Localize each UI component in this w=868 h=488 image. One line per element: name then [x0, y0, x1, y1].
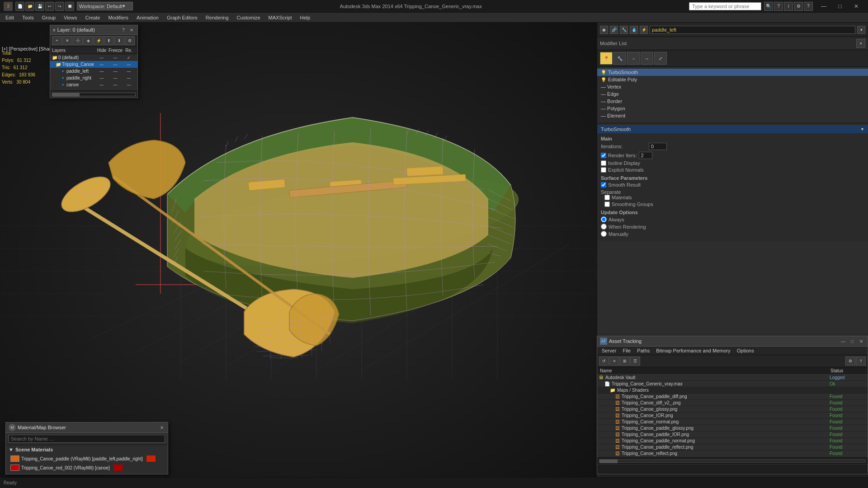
at-menu-server[interactable]: Server [599, 347, 619, 354]
menu-create[interactable]: Create [81, 14, 104, 21]
extra-btn[interactable]: ? [804, 2, 813, 11]
at-row-vault[interactable]: 🏛 Autodesk Vault Logged [597, 375, 868, 381]
at-row-ior[interactable]: 🖼 Tripping_Canoe_IOR.png Found [597, 413, 868, 419]
search-input[interactable] [689, 2, 761, 10]
layer-close-btn[interactable]: ✕ [128, 27, 135, 33]
at-row-paddle-diff[interactable]: 🖼 Tripping_Canoe_paddle_diff.png Found [597, 394, 868, 400]
panel-icon-2[interactable]: 🔗 [610, 26, 618, 34]
at-horizontal-scrollbar[interactable] [597, 457, 868, 464]
layer-row-paddle-right[interactable]: 🔹 paddle_right — — — [50, 75, 137, 81]
at-row-max-file[interactable]: 📄 Tripping_Canoe_Generic_vray.max Ok [597, 381, 868, 387]
menu-edit[interactable]: Edit [2, 14, 18, 21]
turbossmooth-section-header[interactable]: TurboSmooth ▼ [597, 125, 868, 133]
help-btn1[interactable]: ? [774, 2, 783, 11]
maximize-btn[interactable]: □ [832, 0, 848, 13]
panel-icon-5[interactable]: ⚡ [640, 26, 648, 34]
at-row-maps-shaders[interactable]: 📁 Maps / Shaders [597, 387, 868, 394]
always-radio[interactable] [601, 216, 607, 222]
mod-icon-arrow[interactable]: → [627, 52, 640, 65]
menu-customize[interactable]: Customize [233, 14, 264, 21]
menu-help[interactable]: Help [297, 14, 314, 21]
tool1[interactable]: 🔲 [65, 2, 74, 11]
modifier-vertex[interactable]: — Vertex [597, 83, 868, 90]
at-row-paddle-normal[interactable]: 🖼 Tripping_Canoe_paddle_normal.png Found [597, 438, 868, 444]
menu-animation[interactable]: Animation [133, 14, 162, 21]
layer-row-default[interactable]: 📁 0 (default) — — ✓ [50, 54, 137, 61]
at-menu-file[interactable]: File [620, 347, 633, 354]
layer-row-tripping-canoe[interactable]: 📁 Tripping_Canoe — — — [50, 61, 137, 68]
at-row-glossy[interactable]: 🖼 Tripping_Canoe_glossy.png Found [597, 406, 868, 413]
render-iters-checkbox[interactable] [601, 153, 606, 158]
at-row-normal[interactable]: 🖼 Tripping_Canoe_normal.png Found [597, 419, 868, 425]
isoline-checkbox[interactable] [601, 160, 606, 166]
at-list-btn[interactable]: ≡ [609, 357, 619, 366]
open-button[interactable]: 📁 [25, 2, 34, 11]
menu-maxscript[interactable]: MAXScript [265, 14, 296, 21]
modifier-editable-poly[interactable]: 💡 Editable Poly [597, 76, 868, 83]
save-button[interactable]: 💾 [35, 2, 44, 11]
at-row-paddle-glossy[interactable]: 🖼 Tripping_Canoe_paddle_glossy.png Found [597, 425, 868, 432]
workspace-dropdown[interactable]: Workspace: Default▾ [77, 2, 133, 10]
at-refresh-btn[interactable]: ↺ [599, 357, 609, 366]
at-row-paddle-ior[interactable]: 🖼 Tripping_Canoe_paddle_IOR.png Found [597, 432, 868, 438]
mod-list-icon1[interactable]: ▾ [856, 39, 865, 48]
at-menu-options[interactable]: Options [734, 347, 757, 354]
settings-btn[interactable]: ⚙ [794, 2, 803, 11]
panel-icon-3[interactable]: 🔧 [620, 26, 628, 34]
panel-dropdown-btn[interactable]: ▾ [857, 26, 865, 34]
layer-help-btn[interactable]: ? [120, 27, 127, 33]
layer-merge-btn[interactable]: ⬆ [104, 36, 114, 45]
new-button[interactable]: 📄 [15, 2, 24, 11]
layer-settings-btn[interactable]: ⚙ [125, 36, 135, 45]
panel-icon-1[interactable]: ◉ [600, 26, 608, 34]
layer-sel-objs-btn[interactable]: ◈ [83, 36, 93, 45]
layer-highlight-btn[interactable]: ⚡ [94, 36, 104, 45]
modifier-turbossmooth[interactable]: 💡 TurboSmooth [597, 69, 868, 76]
panel-icon-4[interactable]: 💧 [630, 26, 638, 34]
at-row-diff-v2[interactable]: 🖼 Tripping_Canoe_diff_v2_.png Found [597, 400, 868, 406]
iterations-input[interactable] [649, 143, 667, 150]
layer-delete-btn[interactable]: ✕ [62, 36, 72, 45]
modifier-polygon[interactable]: — Polygon [597, 105, 868, 112]
layer-add-sel-btn[interactable]: ➕ [73, 36, 83, 45]
menu-tools[interactable]: Tools [19, 14, 38, 21]
at-close-btn[interactable]: ✕ [858, 338, 865, 345]
layer-new-btn[interactable]: + [52, 36, 62, 45]
layer-row-canoe[interactable]: 🔹 canoe — — — [50, 81, 137, 88]
undo-button[interactable]: ↩ [45, 2, 54, 11]
at-settings-btn[interactable]: ⚙ [845, 357, 855, 366]
at-row-paddle-reflect[interactable]: 🖼 Tripping_Canoe_paddle_reflect.png Foun… [597, 444, 868, 450]
modifier-border[interactable]: — Border [597, 98, 868, 105]
object-name-input[interactable] [650, 26, 855, 34]
modifier-element[interactable]: — Element [597, 112, 868, 119]
at-menu-bitmap-perf[interactable]: Bitmap Performance and Memory [653, 347, 733, 354]
search-btn[interactable]: 🔍 [764, 2, 773, 11]
at-grid-btn[interactable]: ⊞ [620, 357, 630, 366]
layer-row-paddle-left[interactable]: 🔹 paddle_left — — — [50, 68, 137, 75]
mod-icon-move[interactable]: ↔ [641, 52, 653, 65]
menu-views[interactable]: Views [60, 14, 80, 21]
close-btn[interactable]: ✕ [848, 0, 864, 13]
at-details-btn[interactable]: ☰ [630, 357, 640, 366]
mat-search-input[interactable] [9, 435, 165, 443]
mat-row-canoe[interactable]: Tripping_Canoe_red_002 (VRayMtl) [canoe] [9, 463, 165, 472]
minimize-btn[interactable]: — [816, 0, 832, 13]
layer-move-btn[interactable]: ⬇ [114, 36, 124, 45]
mat-browser-close[interactable]: ✕ [159, 424, 165, 431]
menu-rendering[interactable]: Rendering [202, 14, 232, 21]
at-help-btn[interactable]: ? [856, 357, 866, 366]
smoothing-groups-checkbox[interactable] [604, 202, 610, 207]
mod-icon-magnet[interactable]: 🔧 [613, 52, 626, 65]
mod-icon-pin[interactable]: 📍 [600, 52, 613, 65]
mod-icon-scale[interactable]: ⤢ [654, 52, 667, 65]
menu-group[interactable]: Group [38, 14, 60, 21]
when-rendering-radio[interactable] [601, 224, 607, 230]
manually-radio[interactable] [601, 231, 607, 237]
redo-button[interactable]: ↪ [55, 2, 64, 11]
at-row-reflect[interactable]: 🖼 Tripping_Canoe_reflect.png Found [597, 450, 868, 457]
at-maximize-btn[interactable]: □ [849, 338, 856, 345]
explicit-normals-checkbox[interactable] [601, 167, 606, 173]
menu-modifiers[interactable]: Modifiers [104, 14, 132, 21]
smooth-result-checkbox[interactable] [601, 182, 606, 188]
mat-row-paddle[interactable]: Tripping_Canoe_paddle (VRayMtl) [paddle_… [9, 454, 165, 463]
